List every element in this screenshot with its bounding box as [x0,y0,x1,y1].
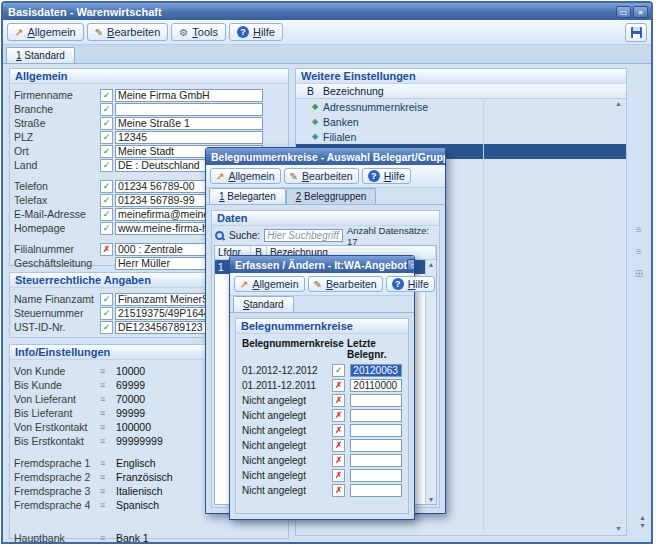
dialog-toolbar: ↗ Allgemein ✎ Bearbeiten ? Hilfe [206,165,445,188]
field-label: Branche [14,103,100,115]
letzte-belegnr-input[interactable] [350,469,402,482]
toolbar-button-icon: ✎ [314,279,322,290]
toolbar-hilfe-button[interactable]: ? Hilfe [386,276,435,292]
content-scroll-corner[interactable]: ▲ ▼ [639,514,646,530]
tree-item[interactable]: ◆ Banken [296,114,626,129]
tree-item[interactable]: ◆ Adressnummernkreise [296,99,626,114]
field-row: Firmenname ✓ Meine Firma GmbH [14,88,284,102]
toolbar-bearbeiten-button[interactable]: ✎ Bearbeiten [308,276,383,292]
nummernkreis-label: 01.2011-12.2011 [242,380,329,391]
field-status-icon[interactable]: ✓ [100,208,113,221]
info-value: 69999 [116,379,145,391]
side-toolbar-icon[interactable]: ≡ [636,246,642,257]
nummernkreis-label: Nicht angelegt [242,425,329,436]
field-label: PLZ [14,131,100,143]
scroll-up-icon[interactable]: ▲ [639,514,646,522]
letzte-belegnr-input[interactable] [350,484,402,497]
field-status-icon[interactable]: ✓ [100,222,113,235]
side-toolbar-icon[interactable]: ≡ [636,224,642,235]
toolbar-allgemein-button[interactable]: ↗ Allgemein [7,23,84,41]
field-label: E-Mail-Adresse [14,208,100,220]
letzte-belegnr-input[interactable] [350,394,402,407]
record-count: Anzahl Datensätze: 17 [347,225,436,247]
field-input[interactable]: Meine Firma GmbH [115,89,263,102]
field-status-icon[interactable]: ✗ [332,469,345,482]
field-status-icon[interactable]: ✓ [332,364,345,377]
letzte-belegnr-input[interactable] [350,424,402,437]
field-status-icon[interactable]: ✗ [332,409,345,422]
scroll-down-icon[interactable]: ▼ [639,522,646,530]
info-value: Englisch [116,457,156,469]
dialog-tab[interactable]: 1 Belegarten [209,188,286,204]
field-status-icon[interactable]: ✓ [100,180,113,193]
field-status-icon[interactable]: ✗ [332,439,345,452]
toolbar-allgemein-button[interactable]: ↗ Allgemein [210,168,281,184]
field-status-icon[interactable]: ✓ [100,89,113,102]
column-labels: Belegnummernkreise Letzte Belegnr. [236,334,408,363]
toolbar-bearbeiten-button[interactable]: ✎ Bearbeiten [87,23,169,41]
field-status-icon[interactable]: ✗ [332,484,345,497]
dialog-title: Belegnummernkreise - Auswahl Belegart/Gr… [211,151,445,163]
toolbar-button-label: Allgemein [252,278,298,290]
scroll-up-icon[interactable]: ▲ [428,261,435,268]
tree-scrollbar[interactable]: ▲ ▼ [613,100,624,532]
tree-item[interactable]: ◆ Filialen [296,129,626,144]
field-input[interactable]: 12345 [115,131,263,144]
toolbar-button-label: Hilfe [253,26,275,38]
letzte-belegnr-input[interactable] [350,454,402,467]
field-status-icon[interactable]: ✓ [100,131,113,144]
field-status-icon[interactable]: ✗ [332,454,345,467]
scroll-up-icon[interactable]: ▲ [615,100,622,107]
search-input[interactable]: Hier Suchbegriff [264,229,343,242]
list-icon: ≡ [100,458,116,468]
tree-col-b[interactable]: B [307,85,323,97]
letzte-belegnr-input[interactable] [350,439,402,452]
field-status-icon[interactable]: ✗ [332,394,345,407]
nummernkreis-row: Nicht angelegt ✗ [236,483,408,498]
scroll-down-icon[interactable]: ▼ [428,496,435,503]
field-status-icon[interactable]: ✗ [332,424,345,437]
tab-standard[interactable]: Standard [233,296,294,312]
close-button[interactable]: × [633,6,648,18]
list-icon: ≡ [100,533,116,543]
side-toolbar-icon[interactable]: ⊞ [635,268,643,279]
toolbar-hilfe-button[interactable]: ? Hilfe [229,23,283,41]
tab-standard[interactable]: 1 Standard [6,47,75,63]
minimize-button[interactable]: ▭ [407,259,414,271]
toolbar-hilfe-button[interactable]: ? Hilfe [362,168,411,184]
field-status-icon[interactable]: ✗ [332,379,345,392]
search-icon [215,231,225,241]
letzte-belegnr-input[interactable]: 20120063 [350,364,402,377]
col-letzte-belegnr: Letzte Belegnr. [347,338,402,360]
field-status-icon[interactable]: ✗ [100,243,113,256]
toolbar-allgemein-button[interactable]: ↗ Allgemein [234,276,305,292]
info-label: Bis Kunde [14,379,100,391]
dialog-tab[interactable]: 2 Beleggruppen [286,188,377,204]
field-input[interactable]: Meine Straße 1 [115,117,263,130]
field-status-icon[interactable]: ✓ [100,293,113,306]
letzte-belegnr-input[interactable]: 20110000 [350,379,402,392]
tree-col-bezeichnung[interactable]: Bezeichnung [323,85,626,97]
field-status-icon[interactable]: ✓ [100,145,113,158]
field-status-icon[interactable]: ✓ [100,103,113,116]
list-icon: ≡ [100,394,116,404]
info-value: Bank 1 [116,532,149,544]
toolbar-button-icon: ? [368,170,380,182]
scroll-down-icon[interactable]: ▼ [615,525,622,532]
toolbar-button-label: Bearbeiten [107,26,160,38]
list-scrollbar[interactable]: ▲ ▼ [425,260,436,504]
field-status-icon[interactable]: ✓ [100,307,113,320]
field-label: Telefon [14,180,100,192]
field-status-icon[interactable]: ✓ [100,321,113,334]
field-status-icon[interactable]: ✓ [100,159,113,172]
field-input[interactable] [115,103,263,116]
letzte-belegnr-input[interactable] [350,409,402,422]
field-label: Filialnummer [14,243,100,255]
save-button[interactable] [625,23,647,42]
toolbar-tools-button[interactable]: ⚙ Tools [171,23,226,41]
toolbar-bearbeiten-button[interactable]: ✎ Bearbeiten [284,168,359,184]
field-status-icon[interactable]: ✓ [100,194,113,207]
restore-button[interactable]: ▭ [616,6,631,18]
field-status-icon[interactable]: ✓ [100,117,113,130]
window-title: Basisdaten - Warenwirtschaft [8,6,162,18]
